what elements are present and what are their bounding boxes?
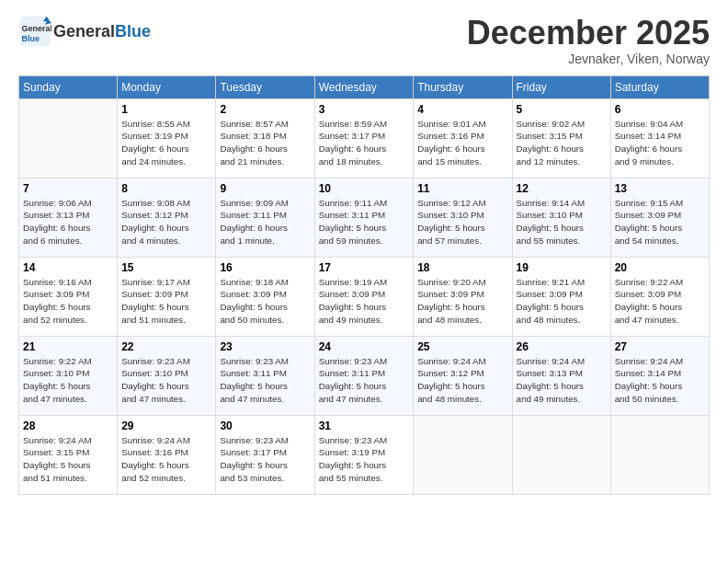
weekday-sunday: Sunday (19, 75, 118, 98)
weekday-monday: Monday (118, 75, 216, 98)
logo-general-text: General (53, 22, 115, 40)
day-number: 25 (417, 340, 507, 353)
svg-text:Blue: Blue (22, 34, 40, 43)
day-number: 8 (121, 182, 211, 195)
calendar-cell: 20Sunrise: 9:22 AMSunset: 3:09 PMDayligh… (610, 257, 709, 336)
logo-blue-text: Blue (115, 22, 151, 40)
day-info: Sunrise: 9:17 AMSunset: 3:09 PMDaylight:… (121, 276, 211, 327)
day-number: 29 (121, 419, 211, 432)
day-info: Sunrise: 9:24 AMSunset: 3:12 PMDaylight:… (417, 355, 507, 406)
day-info: Sunrise: 9:16 AMSunset: 3:09 PMDaylight:… (23, 276, 113, 327)
calendar-week-2: 7Sunrise: 9:06 AMSunset: 3:13 PMDaylight… (19, 178, 710, 257)
day-info: Sunrise: 9:24 AMSunset: 3:16 PMDaylight:… (121, 434, 211, 485)
calendar-cell: 25Sunrise: 9:24 AMSunset: 3:12 PMDayligh… (414, 336, 512, 415)
header: General Blue GeneralBlue December 2025 J… (18, 15, 710, 66)
day-number: 21 (23, 340, 113, 353)
day-info: Sunrise: 8:57 AMSunset: 3:18 PMDaylight:… (220, 118, 310, 168)
day-info: Sunrise: 9:12 AMSunset: 3:10 PMDaylight:… (417, 197, 507, 247)
day-info: Sunrise: 9:22 AMSunset: 3:09 PMDaylight:… (615, 276, 705, 327)
day-info: Sunrise: 9:18 AMSunset: 3:09 PMDaylight:… (220, 276, 310, 327)
day-info: Sunrise: 9:24 AMSunset: 3:14 PMDaylight:… (615, 355, 705, 406)
calendar-cell: 7Sunrise: 9:06 AMSunset: 3:13 PMDaylight… (19, 178, 118, 257)
location-subtitle: Jevnaker, Viken, Norway (467, 52, 710, 66)
day-info: Sunrise: 9:06 AMSunset: 3:13 PMDaylight:… (23, 197, 113, 247)
calendar-cell: 29Sunrise: 9:24 AMSunset: 3:16 PMDayligh… (118, 415, 216, 494)
day-info: Sunrise: 8:59 AMSunset: 3:17 PMDaylight:… (319, 118, 410, 168)
day-number: 16 (220, 261, 310, 274)
calendar-cell (414, 415, 512, 494)
day-number: 14 (23, 261, 113, 274)
day-number: 20 (615, 261, 705, 274)
calendar-cell: 26Sunrise: 9:24 AMSunset: 3:13 PMDayligh… (512, 336, 610, 415)
calendar-cell: 19Sunrise: 9:21 AMSunset: 3:09 PMDayligh… (512, 257, 610, 336)
month-title: December 2025 (467, 15, 710, 52)
weekday-friday: Friday (512, 75, 610, 98)
day-info: Sunrise: 9:23 AMSunset: 3:11 PMDaylight:… (319, 355, 410, 406)
calendar-cell: 8Sunrise: 9:08 AMSunset: 3:12 PMDaylight… (118, 178, 216, 257)
calendar-cell: 14Sunrise: 9:16 AMSunset: 3:09 PMDayligh… (19, 257, 118, 336)
calendar-cell: 2Sunrise: 8:57 AMSunset: 3:18 PMDaylight… (216, 98, 314, 178)
day-info: Sunrise: 9:08 AMSunset: 3:12 PMDaylight:… (121, 197, 211, 247)
day-number: 24 (319, 340, 410, 353)
day-info: Sunrise: 9:23 AMSunset: 3:11 PMDaylight:… (220, 355, 310, 406)
calendar-cell: 11Sunrise: 9:12 AMSunset: 3:10 PMDayligh… (414, 178, 512, 257)
calendar-cell: 28Sunrise: 9:24 AMSunset: 3:15 PMDayligh… (19, 415, 118, 494)
calendar-cell: 15Sunrise: 9:17 AMSunset: 3:09 PMDayligh… (118, 257, 216, 336)
calendar-cell: 6Sunrise: 9:04 AMSunset: 3:14 PMDaylight… (610, 98, 709, 178)
day-number: 2 (220, 103, 310, 116)
day-number: 5 (517, 103, 607, 116)
day-info: Sunrise: 9:11 AMSunset: 3:11 PMDaylight:… (319, 197, 410, 247)
day-number: 13 (615, 182, 705, 195)
day-number: 12 (517, 182, 607, 195)
calendar-cell (512, 415, 610, 494)
day-number: 27 (615, 340, 705, 353)
day-info: Sunrise: 8:55 AMSunset: 3:19 PMDaylight:… (121, 118, 211, 168)
day-info: Sunrise: 9:04 AMSunset: 3:14 PMDaylight:… (615, 118, 705, 168)
calendar-cell: 9Sunrise: 9:09 AMSunset: 3:11 PMDaylight… (216, 178, 314, 257)
day-info: Sunrise: 9:15 AMSunset: 3:09 PMDaylight:… (615, 197, 705, 247)
day-number: 1 (121, 103, 211, 116)
weekday-wednesday: Wednesday (314, 75, 414, 98)
day-number: 19 (517, 261, 607, 274)
day-info: Sunrise: 9:23 AMSunset: 3:19 PMDaylight:… (319, 434, 410, 485)
day-number: 11 (417, 182, 507, 195)
calendar-cell: 24Sunrise: 9:23 AMSunset: 3:11 PMDayligh… (314, 336, 414, 415)
day-number: 22 (121, 340, 211, 353)
calendar-cell: 16Sunrise: 9:18 AMSunset: 3:09 PMDayligh… (216, 257, 314, 336)
logo: General Blue GeneralBlue (18, 15, 151, 48)
calendar-week-5: 28Sunrise: 9:24 AMSunset: 3:15 PMDayligh… (19, 415, 710, 494)
calendar-week-3: 14Sunrise: 9:16 AMSunset: 3:09 PMDayligh… (19, 257, 710, 336)
day-info: Sunrise: 9:01 AMSunset: 3:16 PMDaylight:… (417, 118, 507, 168)
calendar-cell: 17Sunrise: 9:19 AMSunset: 3:09 PMDayligh… (314, 257, 414, 336)
day-info: Sunrise: 9:20 AMSunset: 3:09 PMDaylight:… (417, 276, 507, 327)
day-number: 4 (417, 103, 507, 116)
calendar-cell: 12Sunrise: 9:14 AMSunset: 3:10 PMDayligh… (512, 178, 610, 257)
day-info: Sunrise: 9:14 AMSunset: 3:10 PMDaylight:… (517, 197, 607, 247)
calendar-cell: 3Sunrise: 8:59 AMSunset: 3:17 PMDaylight… (314, 98, 414, 178)
day-info: Sunrise: 9:22 AMSunset: 3:10 PMDaylight:… (23, 355, 113, 406)
day-number: 30 (220, 419, 310, 432)
title-block: December 2025 Jevnaker, Viken, Norway (467, 15, 710, 66)
day-number: 31 (319, 419, 410, 432)
calendar-cell: 13Sunrise: 9:15 AMSunset: 3:09 PMDayligh… (610, 178, 709, 257)
calendar-cell: 30Sunrise: 9:23 AMSunset: 3:17 PMDayligh… (216, 415, 314, 494)
calendar-week-4: 21Sunrise: 9:22 AMSunset: 3:10 PMDayligh… (19, 336, 710, 415)
day-info: Sunrise: 9:23 AMSunset: 3:10 PMDaylight:… (121, 355, 211, 406)
logo-icon: General Blue (18, 15, 51, 48)
calendar-cell: 4Sunrise: 9:01 AMSunset: 3:16 PMDaylight… (414, 98, 512, 178)
svg-text:General: General (22, 24, 51, 33)
day-info: Sunrise: 9:02 AMSunset: 3:15 PMDaylight:… (517, 118, 607, 168)
calendar-cell: 21Sunrise: 9:22 AMSunset: 3:10 PMDayligh… (19, 336, 118, 415)
day-number: 28 (23, 419, 113, 432)
day-info: Sunrise: 9:24 AMSunset: 3:15 PMDaylight:… (23, 434, 113, 485)
calendar-week-1: 1Sunrise: 8:55 AMSunset: 3:19 PMDaylight… (19, 98, 710, 178)
weekday-saturday: Saturday (610, 75, 709, 98)
day-info: Sunrise: 9:23 AMSunset: 3:17 PMDaylight:… (220, 434, 310, 485)
day-number: 9 (220, 182, 310, 195)
weekday-tuesday: Tuesday (216, 75, 314, 98)
day-info: Sunrise: 9:19 AMSunset: 3:09 PMDaylight:… (319, 276, 410, 327)
day-number: 18 (417, 261, 507, 274)
calendar-cell: 27Sunrise: 9:24 AMSunset: 3:14 PMDayligh… (610, 336, 709, 415)
calendar-cell (610, 415, 709, 494)
day-number: 15 (121, 261, 211, 274)
